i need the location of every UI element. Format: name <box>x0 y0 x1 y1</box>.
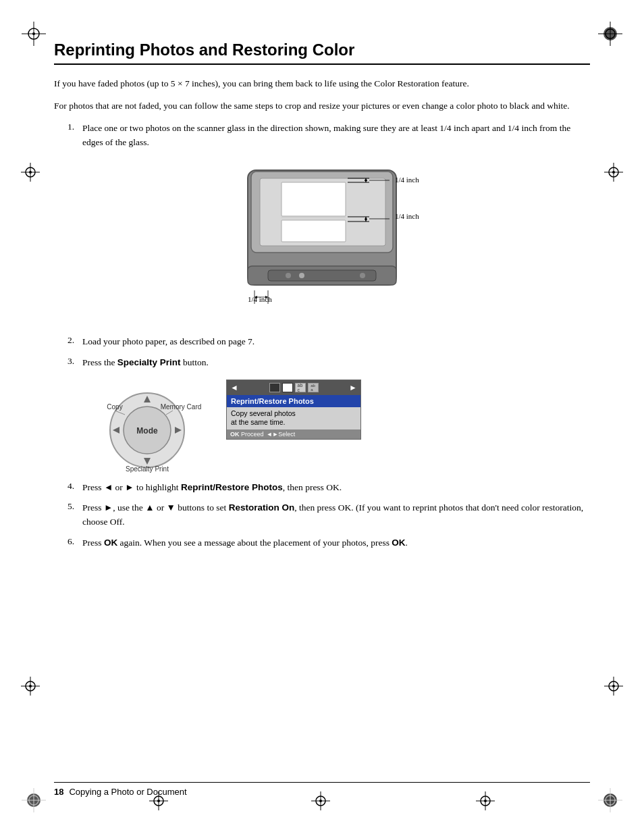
label-top-inch: 1/4 inch <box>395 176 419 184</box>
svg-text:Mode: Mode <box>136 426 158 436</box>
step-text: Press the Specialty Print button. <box>82 356 209 370</box>
svg-text:Copy: Copy <box>107 403 122 411</box>
intro-text-1: If you have faded photos (up to 5 × 7 in… <box>54 77 590 91</box>
label-mid-inch: 1/4 inch <box>395 212 419 220</box>
lcd-icon-4: aba <box>308 383 319 392</box>
svg-point-54 <box>360 273 365 278</box>
svg-marker-71 <box>265 296 268 298</box>
step-text: Load your photo paper, as described on p… <box>82 335 254 349</box>
list-item: 6. Press OK again. When you see a messag… <box>68 536 590 550</box>
step-text: Press OK again. When you see a message a… <box>82 536 408 550</box>
reprint-bold: Reprint/Restore Photos <box>181 482 283 492</box>
svg-point-53 <box>299 273 304 278</box>
mode-button-diagram: Mode Copy Memory Card Specialty Print <box>88 380 206 474</box>
lcd-top-bar: ◄ abc aba ► <box>227 380 360 395</box>
lcd-icon-3: abc <box>295 383 306 392</box>
footer-page-number: 18 <box>54 787 63 797</box>
page: Reprinting Photos and Restoring Color If… <box>0 0 644 834</box>
step-text: Press ►, use the ▲ or ▼ buttons to set R… <box>82 501 590 529</box>
svg-marker-70 <box>254 296 257 298</box>
svg-point-52 <box>286 273 291 278</box>
list-item: 4. Press ◄ or ► to highlight Reprint/Res… <box>68 481 590 495</box>
intro-text-2: For photos that are not faded, you can f… <box>54 99 590 113</box>
svg-text:Memory Card: Memory Card <box>161 403 202 411</box>
footer: 18 Copying a Photo or Document <box>54 782 590 797</box>
specialty-print-bold: Specialty Print <box>117 357 181 367</box>
lcd-highlighted-row: Reprint/Restore Photos <box>227 395 360 407</box>
step-number: 2. <box>68 335 82 349</box>
steps-list: 1. Place one or two photos on the scanne… <box>68 122 590 550</box>
svg-rect-48 <box>281 220 346 242</box>
lcd-icon-1 <box>269 383 280 392</box>
svg-text:Specialty Print: Specialty Print <box>126 465 169 473</box>
step-text: Place one or two photos on the scanner g… <box>82 122 590 150</box>
button-panel-diagram: Mode Copy Memory Card Specialty Print <box>88 380 590 474</box>
step-number: 3. <box>68 356 82 370</box>
step-number: 6. <box>68 536 82 550</box>
page-title: Reprinting Photos and Restoring Color <box>54 41 590 65</box>
list-item: 1. Place one or two photos on the scanne… <box>68 122 590 150</box>
lcd-bottom-bar: OK Proceed ◄►Select <box>227 429 360 439</box>
footer-text: Copying a Photo or Document <box>69 787 186 797</box>
scanner-diagram-container: 1/4 inch 1/4 inch 1/4 inch <box>68 163 590 328</box>
list-item: 5. Press ►, use the ▲ or ▼ buttons to se… <box>68 501 590 529</box>
lcd-left-arrow: ◄ <box>230 383 238 392</box>
lcd-ok-proceed: OK Proceed <box>230 431 264 438</box>
ok-bold-1: OK <box>104 538 117 548</box>
ok-bold-2: OK <box>392 538 405 548</box>
lcd-select: ◄►Select <box>267 431 296 438</box>
lcd-icon-2 <box>282 383 293 392</box>
bottom-arrow <box>248 287 302 307</box>
lcd-icon-row: abc aba <box>269 383 319 392</box>
step-number: 4. <box>68 481 82 495</box>
lcd-screen: ◄ abc aba ► Reprint/Restore Photos Copy … <box>226 380 361 440</box>
lcd-right-arrow: ► <box>349 383 357 392</box>
list-item: 2. Load your photo paper, as described o… <box>68 335 590 349</box>
list-item: 3. Press the Specialty Print button. <box>68 356 590 370</box>
svg-rect-47 <box>281 182 346 216</box>
restoration-bold: Restoration On <box>229 502 295 513</box>
step-number: 5. <box>68 501 82 529</box>
lcd-normal-row: Copy several photos at the same time. <box>227 407 360 429</box>
step-number: 1. <box>68 122 82 150</box>
step-text: Press ◄ or ► to highlight Reprint/Restor… <box>82 481 342 495</box>
